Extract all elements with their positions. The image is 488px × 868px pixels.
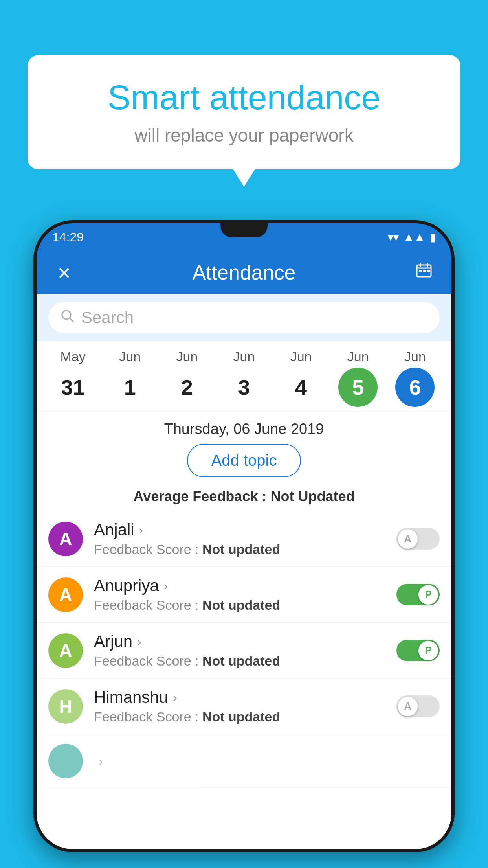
cal-day-item-4[interactable]: 4 — [277, 368, 325, 407]
app-bar: × Attendance — [37, 251, 451, 294]
cal-day-item-3[interactable]: 3 — [220, 368, 268, 407]
student-info-anupriya: Anupriya › Feedback Score : Not updated — [94, 576, 396, 613]
student-item-anjali[interactable]: A Anjali › Feedback Score : Not updated … — [37, 511, 451, 567]
feedback-anjali: Feedback Score : Not updated — [94, 542, 396, 557]
app-bar-title: Attendance — [76, 261, 412, 284]
chevron-icon-himanshu: › — [173, 690, 177, 705]
cal-item-3[interactable]: Jun — [220, 349, 268, 364]
student-item-anupriya[interactable]: A Anupriya › Feedback Score : Not update… — [37, 567, 451, 623]
cal-day-item-2[interactable]: 2 — [163, 368, 211, 407]
notch — [220, 223, 268, 237]
add-topic-container: Add topic — [37, 444, 451, 485]
student-item-extra[interactable]: › — [37, 734, 451, 788]
student-name-extra: › — [94, 754, 440, 769]
screen-content: Search May Jun Jun Jun — [37, 294, 451, 849]
battery-icon: ▮ — [430, 231, 436, 244]
chevron-icon-anjali: › — [139, 523, 143, 537]
feedback-anupriya: Feedback Score : Not updated — [94, 598, 396, 613]
avg-feedback-value: Not Updated — [270, 488, 354, 504]
student-name-himanshu: Himanshu › — [94, 688, 396, 707]
cal-day-2: 2 — [167, 368, 207, 407]
cal-month-6: Jun — [404, 349, 426, 364]
student-info-extra: › — [94, 754, 440, 769]
cal-day-6: 6 — [395, 368, 435, 407]
avatar-arjun: A — [48, 633, 83, 668]
calendar-strip: May Jun Jun Jun Jun Jun — [37, 341, 451, 411]
cal-month-3: Jun — [233, 349, 255, 364]
cal-day-5: 5 — [338, 368, 378, 407]
svg-line-8 — [70, 318, 73, 322]
toggle-anupriya[interactable]: P — [396, 584, 440, 605]
student-name-anupriya: Anupriya › — [94, 576, 396, 595]
svg-rect-6 — [427, 270, 430, 272]
student-name-arjun: Arjun › — [94, 632, 396, 651]
signal-icon: ▲▲ — [404, 231, 425, 243]
feedback-arjun: Feedback Score : Not updated — [94, 653, 396, 669]
phone-inner: 14:29 ▾▾ ▲▲ ▮ × Attendance — [37, 223, 451, 849]
month-row: May Jun Jun Jun Jun Jun — [37, 349, 451, 364]
cal-day-1: 1 — [110, 368, 150, 407]
search-bar[interactable]: Search — [48, 302, 440, 333]
status-bar: 14:29 ▾▾ ▲▲ ▮ — [37, 223, 451, 251]
cal-day-0: 31 — [53, 368, 93, 407]
cal-day-item-0[interactable]: 31 — [50, 368, 97, 407]
student-info-anjali: Anjali › Feedback Score : Not updated — [94, 520, 396, 557]
svg-rect-5 — [423, 270, 426, 272]
cal-day-3: 3 — [224, 368, 264, 407]
cal-day-item-1[interactable]: 1 — [106, 368, 154, 407]
cal-day-4: 4 — [281, 368, 321, 407]
avg-feedback-label: Average Feedback : — [134, 488, 271, 504]
cal-month-0: May — [60, 349, 85, 364]
toggle-knob-anjali: A — [398, 529, 418, 549]
search-placeholder: Search — [81, 308, 134, 327]
speech-bubble-container: Smart attendance will replace your paper… — [28, 55, 460, 169]
avatar-anupriya: A — [48, 577, 83, 612]
student-info-himanshu: Himanshu › Feedback Score : Not updated — [94, 688, 396, 725]
wifi-icon: ▾▾ — [388, 231, 399, 244]
search-bar-container: Search — [37, 294, 451, 341]
cal-item-0[interactable]: May — [50, 349, 97, 364]
status-time: 14:29 — [52, 230, 84, 245]
toggle-knob-arjun: P — [418, 641, 438, 660]
avg-feedback: Average Feedback : Not Updated — [37, 485, 451, 511]
speech-bubble: Smart attendance will replace your paper… — [28, 55, 460, 169]
student-item-arjun[interactable]: A Arjun › Feedback Score : Not updated P — [37, 623, 451, 679]
toggle-anjali[interactable]: A — [396, 528, 440, 550]
close-button[interactable]: × — [52, 260, 76, 285]
feedback-himanshu: Feedback Score : Not updated — [94, 709, 396, 725]
cal-day-item-6[interactable]: 6 — [391, 368, 438, 407]
toggle-knob-anupriya: P — [418, 585, 438, 605]
toggle-knob-himanshu: A — [398, 697, 418, 716]
cal-day-item-5[interactable]: 5 — [334, 368, 382, 407]
student-item-himanshu[interactable]: H Himanshu › Feedback Score : Not update… — [37, 679, 451, 734]
toggle-arjun[interactable]: P — [396, 640, 440, 661]
student-name-anjali: Anjali › — [94, 520, 396, 539]
cal-item-5[interactable]: Jun — [334, 349, 382, 364]
cal-month-2: Jun — [176, 349, 198, 364]
toggle-himanshu[interactable]: A — [396, 695, 440, 717]
bubble-subtitle: will replace your paperwork — [55, 125, 433, 146]
cal-month-4: Jun — [290, 349, 312, 364]
student-info-arjun: Arjun › Feedback Score : Not updated — [94, 632, 396, 669]
date-label: Thursday, 06 June 2019 — [37, 411, 451, 444]
svg-rect-4 — [419, 270, 422, 272]
cal-month-5: Jun — [347, 349, 369, 364]
avatar-extra — [48, 744, 83, 778]
calendar-icon[interactable] — [412, 261, 436, 284]
student-list: A Anjali › Feedback Score : Not updated … — [37, 511, 451, 849]
cal-month-1: Jun — [119, 349, 141, 364]
status-icons: ▾▾ ▲▲ ▮ — [388, 231, 436, 244]
avatar-himanshu: H — [48, 689, 83, 724]
bubble-title: Smart attendance — [55, 79, 433, 117]
cal-item-6[interactable]: Jun — [391, 349, 438, 364]
search-icon — [60, 309, 75, 327]
chevron-icon-extra: › — [99, 754, 103, 769]
cal-item-4[interactable]: Jun — [277, 349, 325, 364]
cal-item-2[interactable]: Jun — [163, 349, 211, 364]
chevron-icon-anupriya: › — [164, 579, 168, 593]
cal-item-1[interactable]: Jun — [106, 349, 154, 364]
phone-frame: 14:29 ▾▾ ▲▲ ▮ × Attendance — [33, 220, 455, 852]
avatar-anjali: A — [48, 522, 83, 556]
add-topic-button[interactable]: Add topic — [187, 444, 301, 477]
chevron-icon-arjun: › — [137, 634, 141, 649]
